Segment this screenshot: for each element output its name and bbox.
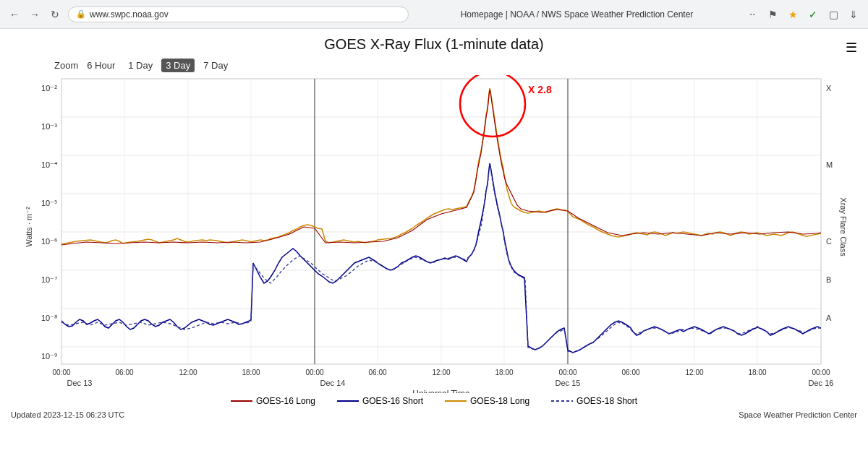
svg-text:Xray Flare Class: Xray Flare Class [839, 197, 846, 257]
svg-text:10⁻⁴: 10⁻⁴ [41, 160, 58, 169]
svg-text:10⁻⁷: 10⁻⁷ [41, 275, 57, 284]
star-icon[interactable]: ★ [786, 7, 800, 22]
reload-button[interactable]: ↻ [48, 7, 62, 22]
chart-svg: 10⁻² 10⁻³ 10⁻⁴ 10⁻⁵ 10⁻⁶ 10⁻⁷ 10⁻⁸ 10⁻⁹ … [22, 75, 846, 393]
svg-text:10⁻⁶: 10⁻⁶ [41, 237, 58, 246]
grid-icon[interactable]: ⋅⋅ [745, 7, 760, 22]
download-icon[interactable]: ⇓ [846, 7, 861, 22]
svg-text:18:00: 18:00 [495, 369, 513, 376]
page-footer: Updated 2023-12-15 06:23 UTC Space Weath… [11, 410, 857, 419]
svg-text:00:00: 00:00 [558, 369, 576, 376]
svg-text:Dec 13: Dec 13 [67, 379, 93, 387]
svg-text:00:00: 00:00 [52, 369, 70, 376]
legend-label-goes18-long: GOES-18 Long [470, 396, 529, 406]
svg-text:18:00: 18:00 [242, 369, 260, 376]
legend-label-goes18-short: GOES-18 Short [576, 396, 637, 406]
chart-legend: GOES-16 Long GOES-16 Short GOES-18 Long … [11, 396, 857, 406]
legend-goes18-short: GOES-18 Short [551, 396, 637, 406]
svg-text:10⁻³: 10⁻³ [41, 122, 57, 131]
url-text: www.swpc.noaa.gov [90, 9, 169, 20]
svg-text:18:00: 18:00 [748, 369, 766, 376]
svg-text:Dec 15: Dec 15 [556, 379, 581, 387]
chart-container: 10⁻² 10⁻³ 10⁻⁴ 10⁻⁵ 10⁻⁶ 10⁻⁷ 10⁻⁸ 10⁻⁹ … [22, 75, 846, 393]
legend-label-goes16-long: GOES-16 Long [256, 396, 315, 406]
svg-text:00:00: 00:00 [812, 369, 830, 376]
svg-text:Watts · m⁻²: Watts · m⁻² [25, 207, 33, 247]
zoom-3day[interactable]: 3 Day [161, 59, 195, 72]
zoom-label: Zoom [54, 60, 78, 71]
svg-text:06:00: 06:00 [115, 369, 133, 376]
browser-toolbar: ← → ↻ 🔒 www.swpc.noaa.gov Homepage | NOA… [0, 0, 868, 29]
forward-button[interactable]: → [27, 7, 42, 22]
tab-title: Homepage | NOAA / NWS Space Weather Pred… [414, 9, 739, 20]
zoom-controls: Zoom 6 Hour 1 Day 3 Day 7 Day [54, 59, 857, 72]
zoom-1day[interactable]: 1 Day [124, 59, 157, 72]
footer-updated: Updated 2023-12-15 06:23 UTC [11, 410, 124, 419]
svg-text:A: A [826, 314, 832, 322]
page-title: GOES X-Ray Flux (1-minute data) [11, 36, 857, 53]
svg-text:12:00: 12:00 [432, 369, 450, 376]
legend-line-goes16-short [337, 400, 359, 402]
check-icon[interactable]: ✓ [806, 7, 820, 22]
legend-goes16-long: GOES-16 Long [231, 396, 315, 406]
svg-text:X: X [826, 84, 832, 92]
svg-text:C: C [826, 237, 832, 246]
svg-text:10⁻⁵: 10⁻⁵ [41, 199, 57, 207]
svg-text:06:00: 06:00 [368, 369, 386, 376]
svg-text:10⁻⁹: 10⁻⁹ [41, 352, 57, 361]
legend-label-goes16-short: GOES-16 Short [362, 396, 423, 406]
svg-text:M: M [826, 160, 833, 169]
svg-text:Dec 14: Dec 14 [320, 379, 346, 387]
page-content: ☰ GOES X-Ray Flux (1-minute data) Zoom 6… [0, 29, 868, 461]
legend-line-goes18-long [445, 400, 467, 402]
legend-line-goes18-short [551, 400, 573, 402]
svg-text:Universal Time: Universal Time [412, 389, 470, 393]
bookmark-icon[interactable]: ⚑ [765, 7, 780, 22]
back-button[interactable]: ← [7, 7, 22, 22]
svg-text:X 2.8: X 2.8 [528, 84, 552, 95]
legend-goes18-long: GOES-18 Long [445, 396, 529, 406]
zoom-6hour[interactable]: 6 Hour [82, 59, 119, 72]
toolbar-icons: ⋅⋅ ⚑ ★ ✓ ▢ ⇓ [745, 7, 861, 22]
address-bar[interactable]: 🔒 www.swpc.noaa.gov [68, 7, 409, 22]
svg-text:Dec 16: Dec 16 [809, 379, 834, 387]
svg-text:12:00: 12:00 [685, 369, 703, 376]
svg-text:12:00: 12:00 [179, 369, 197, 376]
footer-credit: Space Weather Prediction Center [739, 410, 857, 419]
legend-goes16-short: GOES-16 Short [337, 396, 423, 406]
svg-text:10⁻²: 10⁻² [41, 84, 57, 92]
zoom-7day[interactable]: 7 Day [199, 59, 232, 72]
svg-text:00:00: 00:00 [305, 369, 323, 376]
svg-text:06:00: 06:00 [621, 369, 639, 376]
legend-line-goes16-long [231, 400, 252, 402]
svg-text:10⁻⁸: 10⁻⁸ [41, 314, 58, 322]
hamburger-menu[interactable]: ☰ [846, 40, 857, 56]
svg-text:B: B [826, 275, 831, 284]
extensions-icon[interactable]: ▢ [826, 7, 841, 22]
